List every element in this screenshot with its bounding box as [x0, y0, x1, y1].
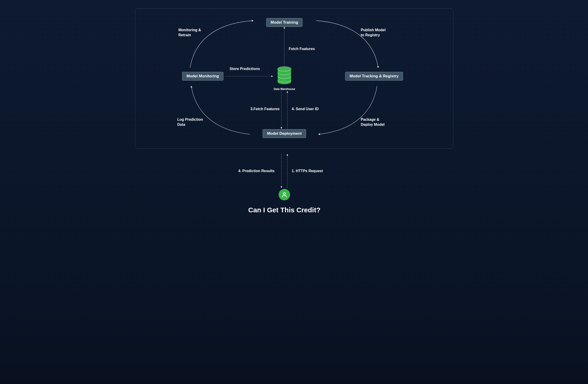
label-data-warehouse: Data Warehouse — [273, 88, 295, 91]
label-package-deploy: Package &Deploy Model — [361, 117, 385, 127]
node-model-monitoring: Model Monitoring — [182, 72, 223, 81]
label-store-predictions: Store Predictions — [230, 66, 260, 71]
node-model-training: Model Training — [266, 18, 302, 27]
user-icon — [279, 189, 290, 200]
svg-point-2 — [283, 193, 285, 195]
database-icon — [276, 66, 293, 86]
caption-title: Can I Get This Credit? — [248, 206, 320, 214]
diagram-stage: Model Training Model Tracking & Registry… — [126, 0, 462, 219]
label-fetch-features: Fetch Features — [289, 46, 315, 51]
label-publish-model: Publish Modelto Registry — [361, 27, 385, 37]
label-monitoring-retrain: Monitoring &Retrain — [178, 27, 201, 37]
label-https-request: 1. HTTPs Request — [292, 168, 323, 174]
label-prediction-results: 4. Prediction Results — [238, 168, 274, 174]
label-log-prediction: Log PredictionData — [177, 117, 203, 127]
node-model-deployment: Model Deployment — [263, 129, 306, 138]
node-model-registry: Model Tracking & Registry — [345, 72, 403, 81]
label-send-user-id: 4. Send User ID — [292, 107, 318, 112]
label-fetch-features-3: 3.Fetch Features — [251, 107, 280, 112]
